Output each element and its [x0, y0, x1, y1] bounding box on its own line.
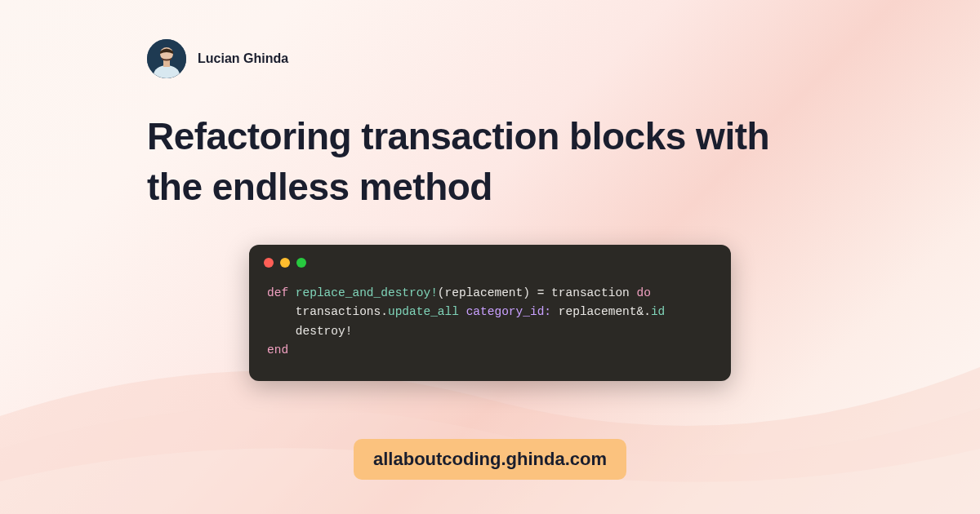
code-token: destroy! — [296, 325, 353, 338]
code-token: ) — [523, 286, 530, 299]
domain-badge: allaboutcoding.ghinda.com — [354, 439, 626, 480]
code-token: def — [267, 286, 288, 299]
code-token: category_id: — [466, 305, 551, 318]
code-token — [267, 325, 296, 338]
code-token: end — [267, 343, 288, 357]
author-name: Lucian Ghinda — [198, 51, 288, 66]
code-token: ( — [438, 286, 445, 299]
code-token: replacement — [559, 305, 637, 318]
code-token: transactions — [296, 305, 381, 318]
code-token: update_all — [388, 305, 459, 318]
code-token: replace_and_destroy! — [296, 286, 438, 299]
minimize-icon — [280, 258, 290, 268]
close-icon — [264, 258, 274, 268]
code-token: = — [530, 286, 551, 299]
code-token: &. — [637, 305, 651, 318]
code-block: def replace_and_destroy!(replacement) = … — [249, 245, 731, 381]
code-token: do — [637, 286, 651, 299]
avatar-illustration — [147, 39, 186, 78]
code-content: def replace_and_destroy!(replacement) = … — [249, 279, 731, 363]
code-token: id — [651, 305, 665, 318]
code-token — [267, 305, 296, 318]
author-row: Lucian Ghinda — [147, 39, 833, 78]
code-token: replacement — [445, 286, 523, 299]
code-token — [551, 305, 559, 318]
maximize-icon — [296, 258, 306, 268]
code-token: transaction — [551, 286, 630, 299]
avatar — [147, 39, 186, 78]
window-controls — [249, 245, 731, 279]
page-title: Refactoring transaction blocks with the … — [147, 111, 833, 212]
code-token: . — [381, 305, 388, 318]
